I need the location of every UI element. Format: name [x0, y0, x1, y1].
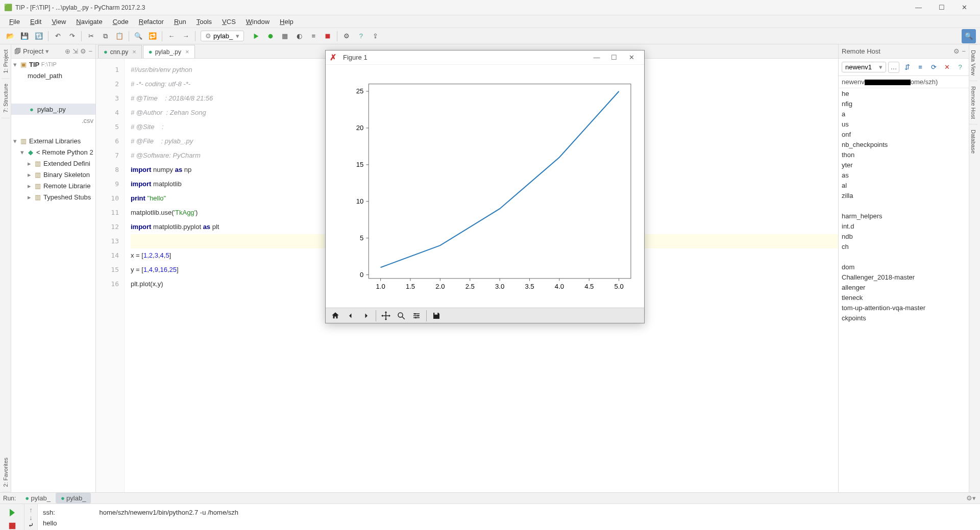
figure-title-bar[interactable]: ✗ Figure 1 — ☐ ✕ — [326, 51, 644, 65]
project-tree[interactable]: ▾▣TIP F:\TIP model_path ●pylab_.py .csv … — [11, 59, 95, 492]
disconnect-icon[interactable]: ✕ — [941, 62, 952, 73]
open-icon[interactable]: 📂 — [4, 30, 16, 42]
menu-file[interactable]: File — [4, 18, 25, 26]
remote-tree-item[interactable]: as — [839, 170, 969, 180]
deploy-icon[interactable]: ⇪ — [369, 30, 381, 42]
menu-navigate[interactable]: Navigate — [71, 18, 107, 26]
menu-code[interactable]: Code — [108, 18, 134, 26]
left-tab-structure[interactable]: 7: Structure — [2, 79, 10, 118]
help-icon[interactable]: ? — [355, 30, 367, 42]
run-tab-0[interactable]: ● pylab_ — [20, 493, 56, 503]
forward-icon[interactable]: → — [180, 30, 192, 42]
editor-tab[interactable]: ●pylab_.py× — [143, 45, 195, 58]
menu-help[interactable]: Help — [275, 18, 299, 26]
more-button[interactable]: … — [888, 62, 899, 73]
minimize-button[interactable]: — — [907, 1, 930, 15]
remote-tree-item[interactable]: ndb — [839, 231, 969, 241]
remote-env-selector[interactable]: newenv1▾ — [842, 62, 886, 72]
right-tab-database[interactable]: Database — [969, 124, 977, 159]
run-tab-1[interactable]: ● pylab_ — [56, 493, 91, 503]
remote-tree-item[interactable]: a — [839, 109, 969, 119]
remote-tree-item[interactable]: nfig — [839, 98, 969, 109]
locate-icon[interactable]: ⊕ — [65, 47, 70, 55]
profile-button[interactable]: ◐ — [293, 30, 305, 42]
remote-tree-item[interactable]: yter — [839, 160, 969, 170]
replace-icon[interactable]: 🔁 — [146, 30, 159, 42]
mpl-pan-icon[interactable] — [378, 309, 394, 322]
collapse-icon[interactable]: ⇲ — [72, 47, 78, 55]
remote-tree-item[interactable]: harm_helpers — [839, 211, 969, 221]
figure-minimize-icon[interactable]: — — [588, 54, 605, 61]
stop-icon[interactable] — [7, 521, 17, 530]
menu-view[interactable]: View — [46, 18, 71, 26]
settings-icon[interactable]: ⚙ — [340, 30, 353, 42]
remote-tree-item[interactable]: he — [839, 88, 969, 98]
mpl-save-icon[interactable] — [429, 309, 444, 322]
down-stack-icon[interactable]: ↓ — [29, 514, 33, 521]
save-all-icon[interactable]: 💾 — [18, 30, 31, 42]
menu-tools[interactable]: Tools — [191, 18, 217, 26]
hide-icon[interactable]: − — [962, 47, 966, 55]
mpl-forward-icon[interactable] — [358, 309, 374, 322]
remote-tree-item[interactable]: al — [839, 180, 969, 190]
refresh-icon[interactable]: ⟳ — [928, 62, 939, 73]
search-everywhere-icon[interactable]: 🔍 — [962, 29, 976, 43]
mpl-configure-icon[interactable] — [409, 309, 424, 322]
run-button[interactable] — [250, 30, 262, 42]
left-tab-project[interactable]: 1: Project — [2, 44, 10, 79]
menu-refactor[interactable]: Refactor — [134, 18, 169, 26]
up-stack-icon[interactable]: ↑ — [29, 506, 33, 514]
sync-icon[interactable]: 🔃 — [33, 30, 45, 42]
stop-button[interactable] — [322, 30, 334, 42]
menu-edit[interactable]: Edit — [25, 18, 46, 26]
close-button[interactable]: ✕ — [953, 1, 976, 15]
back-icon[interactable]: ← — [165, 30, 178, 42]
copy-icon[interactable]: ⧉ — [99, 30, 111, 42]
undo-icon[interactable]: ↶ — [52, 30, 64, 42]
remote-file-tree[interactable]: henfigausonfnb_checkpointsthonyterasalzi… — [839, 88, 969, 492]
run-config-selector[interactable]: ⚙ pylab_ ▾ — [201, 31, 244, 41]
coverage-button[interactable]: ▦ — [279, 30, 291, 42]
mpl-home-icon[interactable] — [328, 309, 343, 322]
remote-tree-item[interactable]: ch — [839, 241, 969, 251]
left-tab-favorites[interactable]: 2: Favorites — [2, 452, 10, 492]
remote-tree-item[interactable]: ckpoints — [839, 313, 969, 323]
gear-icon[interactable]: ⚙ — [80, 47, 86, 55]
mpl-back-icon[interactable] — [343, 309, 358, 322]
remote-tree-item[interactable]: dom — [839, 262, 969, 272]
remote-tree-item[interactable]: thon — [839, 149, 969, 160]
figure-maximize-icon[interactable]: ☐ — [605, 54, 623, 61]
menu-window[interactable]: Window — [241, 18, 275, 26]
run-gear-icon[interactable]: ⚙▾ — [966, 494, 976, 502]
remote-tree-item[interactable]: int.d — [839, 221, 969, 231]
filter-icon[interactable]: ≡ — [915, 62, 926, 73]
redo-icon[interactable]: ↷ — [66, 30, 78, 42]
remote-tree-item[interactable]: allenger — [839, 282, 969, 292]
rerun-icon[interactable] — [7, 508, 17, 518]
figure-close-icon[interactable]: ✕ — [623, 54, 640, 61]
run-console[interactable]: ssh: home/szh/newenv1/bin/python2.7 -u /… — [38, 504, 980, 530]
remote-tree-item[interactable] — [839, 200, 969, 211]
editor-tab[interactable]: ●cnn.py× — [98, 45, 142, 58]
remote-tree-item[interactable]: tleneck — [839, 292, 969, 302]
remote-tree-item[interactable]: onf — [839, 129, 969, 139]
remote-tree-item[interactable]: nb_checkpoints — [839, 139, 969, 149]
remote-tree-item[interactable]: us — [839, 119, 969, 129]
find-icon[interactable]: 🔍 — [132, 30, 144, 42]
remote-tree-item[interactable]: Challenger_2018-master — [839, 272, 969, 282]
menu-vcs[interactable]: VCS — [217, 18, 241, 26]
maximize-button[interactable]: ☐ — [930, 1, 953, 15]
mpl-zoom-icon[interactable] — [394, 309, 409, 322]
right-tab-remote[interactable]: Remote Host — [969, 81, 977, 124]
concurrency-button[interactable]: ≡ — [307, 30, 320, 42]
sort-icon[interactable]: ⇵ — [901, 62, 913, 73]
hide-icon[interactable]: − — [88, 47, 92, 55]
figure-window[interactable]: ✗ Figure 1 — ☐ ✕ 1.01.52.02.53.03.54.04.… — [325, 50, 645, 323]
remote-tree-item[interactable]: zilla — [839, 190, 969, 200]
gear-icon[interactable]: ⚙ — [953, 47, 960, 55]
rh-help-icon[interactable]: ? — [954, 62, 966, 73]
paste-icon[interactable]: 📋 — [113, 30, 126, 42]
remote-tree-item[interactable]: tom-up-attention-vqa-master — [839, 302, 969, 313]
cut-icon[interactable]: ✂ — [85, 30, 97, 42]
debug-button[interactable] — [264, 30, 277, 42]
